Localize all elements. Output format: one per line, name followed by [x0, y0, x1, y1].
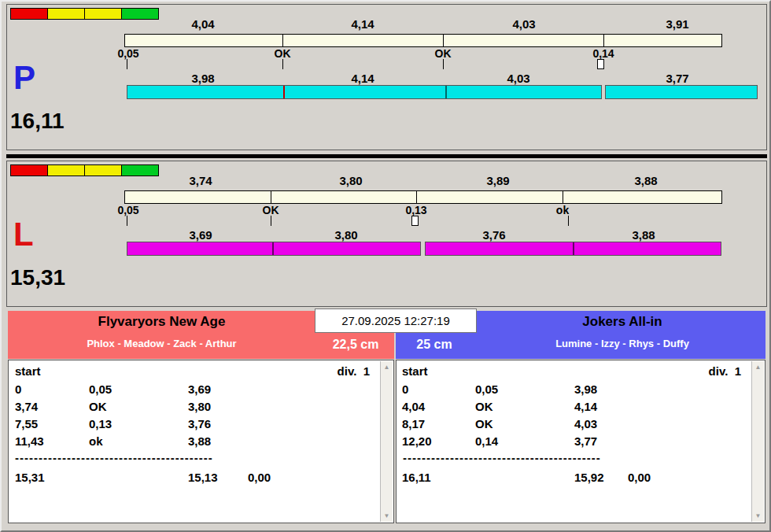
- score-cell: 4,14: [574, 400, 597, 413]
- score-cell: 0,14: [475, 434, 498, 448]
- score-cell: 11,43: [15, 434, 44, 448]
- segment-mark: OK: [247, 204, 294, 216]
- scroll-up-icon[interactable]: ▲: [752, 364, 764, 371]
- app-window: 4,04 4,14 4,03 3,91 0,05 OK OK 0,14 3,98…: [0, 0, 771, 532]
- score-section: Flyvaryors New Age Phlox - Meadow - Zack…: [6, 308, 767, 527]
- lane-panel-l: 3,74 3,80 3,89 3,88 0,05 OK 0,13 ok 3,69…: [6, 161, 767, 307]
- table-separator: ----------------------------------------…: [403, 451, 601, 464]
- scale-value: 3,91: [630, 17, 725, 31]
- start-label: start: [15, 364, 41, 378]
- indicator-yellow-1: [47, 8, 85, 20]
- result-value: 4,14: [315, 72, 410, 85]
- total-cell: 0,00: [248, 471, 271, 484]
- lane-letter: P: [13, 61, 35, 94]
- distance-label-left: 22,5 cm: [318, 338, 393, 352]
- division-label: div. 1: [338, 364, 370, 378]
- datetime-display: 27.09.2025 12:27:19: [315, 308, 477, 333]
- tick-mark: [443, 59, 444, 69]
- result-bar-segment: [605, 85, 758, 99]
- scale-value: 3,80: [304, 174, 398, 187]
- tick-mark: [271, 216, 271, 226]
- scale-value: 4,04: [156, 17, 250, 31]
- result-value: 3,80: [299, 228, 393, 242]
- lane-total: 16,11: [10, 109, 65, 134]
- result-bar-divider: [272, 242, 274, 255]
- scale-bar: [124, 190, 722, 204]
- scale-value: 3,88: [599, 174, 693, 187]
- segment-mark: OK: [259, 47, 306, 60]
- indicator-red: [10, 8, 48, 20]
- segment-mark: 0,05: [105, 47, 152, 60]
- result-bar-segment: [127, 242, 421, 256]
- result-bar-divider: [283, 86, 285, 98]
- lane-letter: L: [13, 218, 34, 251]
- scale-value: 4,03: [477, 17, 571, 31]
- score-cell: 0: [15, 382, 21, 396]
- scale-value: 3,74: [153, 174, 248, 187]
- score-cell: OK: [475, 400, 493, 413]
- scroll-up-icon[interactable]: ▲: [381, 364, 393, 371]
- scale-divider: [563, 191, 563, 203]
- total-cell: 15,92: [574, 471, 604, 484]
- score-cell: 3,76: [188, 417, 211, 430]
- vertical-scrollbar[interactable]: ▲ ▼: [751, 361, 764, 522]
- scale-bar: [124, 34, 722, 47]
- result-bar-divider: [445, 86, 447, 98]
- scale-divider: [443, 35, 444, 46]
- indicator-yellow-1: [47, 164, 85, 176]
- scroll-down-icon[interactable]: ▼: [381, 512, 393, 519]
- tick-mark: [127, 216, 127, 226]
- segment-mark: OK: [419, 47, 467, 60]
- result-value: 3,76: [447, 228, 541, 242]
- team-players: Phlox - Meadow - Zack - Arthur: [8, 338, 315, 349]
- pending-marker: [411, 216, 419, 226]
- pending-marker: [597, 59, 604, 69]
- scale-divider: [603, 35, 604, 46]
- segment-mark: 0,13: [393, 204, 440, 216]
- team-players: Lumine - Izzy - Rhys - Duffy: [479, 338, 765, 349]
- total-cell: 0,00: [628, 471, 651, 484]
- total-cell: 15,13: [188, 471, 218, 484]
- result-value: 4,03: [471, 72, 566, 85]
- scroll-down-icon[interactable]: ▼: [752, 512, 764, 519]
- score-cell: 3,77: [574, 434, 597, 448]
- score-cell: 3,69: [188, 382, 211, 396]
- start-label: start: [402, 364, 428, 378]
- score-cell: 0,13: [89, 417, 112, 430]
- scale-divider: [416, 191, 417, 203]
- score-cell: 0,05: [475, 382, 498, 396]
- score-cell: 0,05: [89, 382, 112, 396]
- team-name: Jokers All-in: [479, 314, 765, 330]
- total-cell: 15,31: [15, 471, 45, 484]
- score-cell: 0: [402, 382, 408, 396]
- panel-separator: [6, 154, 767, 158]
- score-cell: 8,17: [402, 417, 425, 430]
- score-cell: OK: [475, 417, 493, 430]
- result-bar-segment: [127, 85, 602, 99]
- lane-total: 15,31: [10, 266, 65, 290]
- division-label: div. 1: [709, 364, 741, 378]
- scale-value: 3,89: [451, 174, 545, 187]
- score-table-right: start div. 1 0 0,05 3,98 4,04 OK 4,14 8,…: [396, 360, 765, 523]
- score-cell: 3,88: [188, 434, 211, 448]
- segment-mark: 0,14: [580, 47, 627, 60]
- tick-mark: [127, 59, 127, 69]
- indicator-red: [10, 164, 48, 176]
- vertical-scrollbar[interactable]: ▲ ▼: [380, 361, 393, 522]
- score-cell: 4,03: [574, 417, 597, 430]
- result-bar-segment: [425, 242, 721, 256]
- result-bar-divider: [573, 242, 574, 255]
- scale-divider: [271, 191, 271, 203]
- status-indicators: [10, 8, 158, 20]
- lane-panel-p: 4,04 4,14 4,03 3,91 0,05 OK OK 0,14 3,98…: [6, 4, 767, 150]
- segment-mark: ok: [539, 204, 586, 216]
- score-cell: 3,80: [188, 400, 211, 413]
- score-cell: 3,98: [574, 382, 597, 396]
- score-cell: ok: [89, 434, 103, 448]
- table-separator: ----------------------------------------…: [15, 451, 213, 464]
- segment-mark: 0,05: [105, 204, 152, 216]
- score-cell: 7,55: [15, 417, 38, 430]
- score-cell: 4,04: [402, 400, 425, 413]
- scale-divider: [282, 35, 283, 46]
- result-value: 3,69: [153, 228, 248, 242]
